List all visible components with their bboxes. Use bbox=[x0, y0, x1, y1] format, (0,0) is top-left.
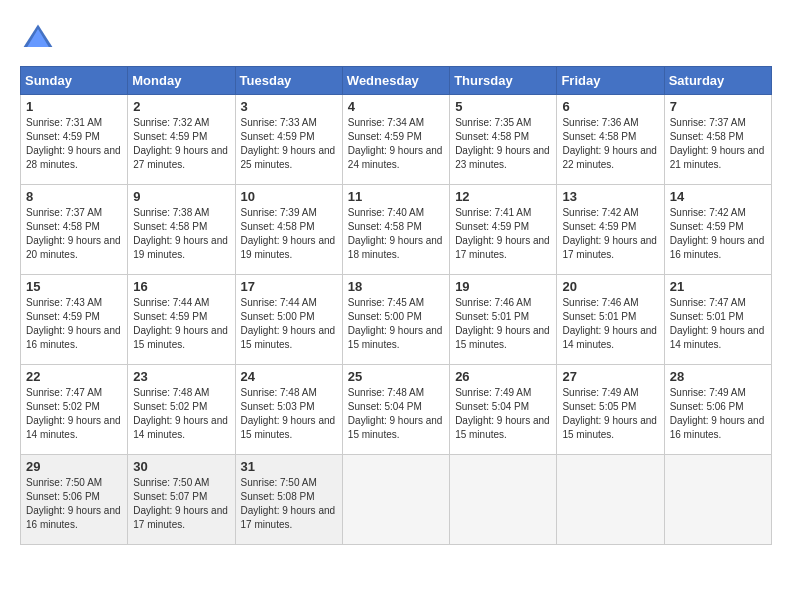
calendar-cell: 19 Sunrise: 7:46 AMSunset: 5:01 PMDaylig… bbox=[450, 275, 557, 365]
day-number: 5 bbox=[455, 99, 551, 114]
day-number: 10 bbox=[241, 189, 337, 204]
calendar-cell: 7 Sunrise: 7:37 AMSunset: 4:58 PMDayligh… bbox=[664, 95, 771, 185]
calendar-header-row: SundayMondayTuesdayWednesdayThursdayFrid… bbox=[21, 67, 772, 95]
day-header-monday: Monday bbox=[128, 67, 235, 95]
day-number: 21 bbox=[670, 279, 766, 294]
day-info: Sunrise: 7:44 AMSunset: 4:59 PMDaylight:… bbox=[133, 297, 228, 350]
calendar-cell bbox=[450, 455, 557, 545]
day-number: 24 bbox=[241, 369, 337, 384]
calendar-cell: 17 Sunrise: 7:44 AMSunset: 5:00 PMDaylig… bbox=[235, 275, 342, 365]
day-info: Sunrise: 7:33 AMSunset: 4:59 PMDaylight:… bbox=[241, 117, 336, 170]
calendar-cell: 23 Sunrise: 7:48 AMSunset: 5:02 PMDaylig… bbox=[128, 365, 235, 455]
day-number: 11 bbox=[348, 189, 444, 204]
day-header-thursday: Thursday bbox=[450, 67, 557, 95]
day-number: 29 bbox=[26, 459, 122, 474]
calendar-cell: 29 Sunrise: 7:50 AMSunset: 5:06 PMDaylig… bbox=[21, 455, 128, 545]
day-number: 30 bbox=[133, 459, 229, 474]
day-info: Sunrise: 7:47 AMSunset: 5:01 PMDaylight:… bbox=[670, 297, 765, 350]
day-info: Sunrise: 7:31 AMSunset: 4:59 PMDaylight:… bbox=[26, 117, 121, 170]
calendar-cell bbox=[557, 455, 664, 545]
day-info: Sunrise: 7:40 AMSunset: 4:58 PMDaylight:… bbox=[348, 207, 443, 260]
calendar-cell: 3 Sunrise: 7:33 AMSunset: 4:59 PMDayligh… bbox=[235, 95, 342, 185]
calendar-table: SundayMondayTuesdayWednesdayThursdayFrid… bbox=[20, 66, 772, 545]
day-info: Sunrise: 7:34 AMSunset: 4:59 PMDaylight:… bbox=[348, 117, 443, 170]
calendar-cell: 12 Sunrise: 7:41 AMSunset: 4:59 PMDaylig… bbox=[450, 185, 557, 275]
day-info: Sunrise: 7:37 AMSunset: 4:58 PMDaylight:… bbox=[670, 117, 765, 170]
calendar-cell: 4 Sunrise: 7:34 AMSunset: 4:59 PMDayligh… bbox=[342, 95, 449, 185]
day-info: Sunrise: 7:50 AMSunset: 5:07 PMDaylight:… bbox=[133, 477, 228, 530]
day-number: 15 bbox=[26, 279, 122, 294]
calendar-week-row: 8 Sunrise: 7:37 AMSunset: 4:58 PMDayligh… bbox=[21, 185, 772, 275]
day-number: 27 bbox=[562, 369, 658, 384]
day-info: Sunrise: 7:35 AMSunset: 4:58 PMDaylight:… bbox=[455, 117, 550, 170]
calendar-cell: 28 Sunrise: 7:49 AMSunset: 5:06 PMDaylig… bbox=[664, 365, 771, 455]
calendar-cell: 8 Sunrise: 7:37 AMSunset: 4:58 PMDayligh… bbox=[21, 185, 128, 275]
calendar-cell: 27 Sunrise: 7:49 AMSunset: 5:05 PMDaylig… bbox=[557, 365, 664, 455]
day-header-friday: Friday bbox=[557, 67, 664, 95]
day-info: Sunrise: 7:48 AMSunset: 5:03 PMDaylight:… bbox=[241, 387, 336, 440]
logo-icon bbox=[20, 20, 56, 56]
day-header-saturday: Saturday bbox=[664, 67, 771, 95]
calendar-cell: 1 Sunrise: 7:31 AMSunset: 4:59 PMDayligh… bbox=[21, 95, 128, 185]
day-info: Sunrise: 7:44 AMSunset: 5:00 PMDaylight:… bbox=[241, 297, 336, 350]
day-info: Sunrise: 7:38 AMSunset: 4:58 PMDaylight:… bbox=[133, 207, 228, 260]
calendar-cell: 10 Sunrise: 7:39 AMSunset: 4:58 PMDaylig… bbox=[235, 185, 342, 275]
day-info: Sunrise: 7:47 AMSunset: 5:02 PMDaylight:… bbox=[26, 387, 121, 440]
calendar-week-row: 1 Sunrise: 7:31 AMSunset: 4:59 PMDayligh… bbox=[21, 95, 772, 185]
calendar-week-row: 15 Sunrise: 7:43 AMSunset: 4:59 PMDaylig… bbox=[21, 275, 772, 365]
day-number: 20 bbox=[562, 279, 658, 294]
day-info: Sunrise: 7:36 AMSunset: 4:58 PMDaylight:… bbox=[562, 117, 657, 170]
day-info: Sunrise: 7:49 AMSunset: 5:04 PMDaylight:… bbox=[455, 387, 550, 440]
calendar-cell: 26 Sunrise: 7:49 AMSunset: 5:04 PMDaylig… bbox=[450, 365, 557, 455]
day-number: 19 bbox=[455, 279, 551, 294]
day-info: Sunrise: 7:39 AMSunset: 4:58 PMDaylight:… bbox=[241, 207, 336, 260]
day-number: 7 bbox=[670, 99, 766, 114]
calendar-cell: 14 Sunrise: 7:42 AMSunset: 4:59 PMDaylig… bbox=[664, 185, 771, 275]
calendar-cell: 22 Sunrise: 7:47 AMSunset: 5:02 PMDaylig… bbox=[21, 365, 128, 455]
day-info: Sunrise: 7:42 AMSunset: 4:59 PMDaylight:… bbox=[562, 207, 657, 260]
calendar-cell: 30 Sunrise: 7:50 AMSunset: 5:07 PMDaylig… bbox=[128, 455, 235, 545]
day-info: Sunrise: 7:41 AMSunset: 4:59 PMDaylight:… bbox=[455, 207, 550, 260]
calendar-cell: 2 Sunrise: 7:32 AMSunset: 4:59 PMDayligh… bbox=[128, 95, 235, 185]
day-info: Sunrise: 7:49 AMSunset: 5:05 PMDaylight:… bbox=[562, 387, 657, 440]
day-info: Sunrise: 7:50 AMSunset: 5:08 PMDaylight:… bbox=[241, 477, 336, 530]
day-info: Sunrise: 7:32 AMSunset: 4:59 PMDaylight:… bbox=[133, 117, 228, 170]
calendar-cell: 13 Sunrise: 7:42 AMSunset: 4:59 PMDaylig… bbox=[557, 185, 664, 275]
day-info: Sunrise: 7:49 AMSunset: 5:06 PMDaylight:… bbox=[670, 387, 765, 440]
day-number: 2 bbox=[133, 99, 229, 114]
calendar-cell: 21 Sunrise: 7:47 AMSunset: 5:01 PMDaylig… bbox=[664, 275, 771, 365]
day-info: Sunrise: 7:45 AMSunset: 5:00 PMDaylight:… bbox=[348, 297, 443, 350]
day-number: 22 bbox=[26, 369, 122, 384]
day-number: 25 bbox=[348, 369, 444, 384]
day-info: Sunrise: 7:50 AMSunset: 5:06 PMDaylight:… bbox=[26, 477, 121, 530]
calendar-cell: 15 Sunrise: 7:43 AMSunset: 4:59 PMDaylig… bbox=[21, 275, 128, 365]
day-info: Sunrise: 7:37 AMSunset: 4:58 PMDaylight:… bbox=[26, 207, 121, 260]
day-info: Sunrise: 7:48 AMSunset: 5:04 PMDaylight:… bbox=[348, 387, 443, 440]
day-number: 26 bbox=[455, 369, 551, 384]
calendar-cell: 16 Sunrise: 7:44 AMSunset: 4:59 PMDaylig… bbox=[128, 275, 235, 365]
day-number: 28 bbox=[670, 369, 766, 384]
day-number: 17 bbox=[241, 279, 337, 294]
day-number: 4 bbox=[348, 99, 444, 114]
calendar-cell: 31 Sunrise: 7:50 AMSunset: 5:08 PMDaylig… bbox=[235, 455, 342, 545]
page-header bbox=[20, 20, 772, 56]
day-number: 13 bbox=[562, 189, 658, 204]
day-number: 23 bbox=[133, 369, 229, 384]
calendar-week-row: 22 Sunrise: 7:47 AMSunset: 5:02 PMDaylig… bbox=[21, 365, 772, 455]
calendar-week-row: 29 Sunrise: 7:50 AMSunset: 5:06 PMDaylig… bbox=[21, 455, 772, 545]
calendar-cell bbox=[664, 455, 771, 545]
calendar-cell bbox=[342, 455, 449, 545]
calendar-cell: 9 Sunrise: 7:38 AMSunset: 4:58 PMDayligh… bbox=[128, 185, 235, 275]
logo bbox=[20, 20, 62, 56]
day-number: 14 bbox=[670, 189, 766, 204]
day-header-sunday: Sunday bbox=[21, 67, 128, 95]
day-info: Sunrise: 7:46 AMSunset: 5:01 PMDaylight:… bbox=[562, 297, 657, 350]
calendar-cell: 11 Sunrise: 7:40 AMSunset: 4:58 PMDaylig… bbox=[342, 185, 449, 275]
day-number: 9 bbox=[133, 189, 229, 204]
calendar-cell: 24 Sunrise: 7:48 AMSunset: 5:03 PMDaylig… bbox=[235, 365, 342, 455]
day-info: Sunrise: 7:42 AMSunset: 4:59 PMDaylight:… bbox=[670, 207, 765, 260]
calendar-cell: 20 Sunrise: 7:46 AMSunset: 5:01 PMDaylig… bbox=[557, 275, 664, 365]
day-number: 3 bbox=[241, 99, 337, 114]
day-info: Sunrise: 7:43 AMSunset: 4:59 PMDaylight:… bbox=[26, 297, 121, 350]
calendar-cell: 6 Sunrise: 7:36 AMSunset: 4:58 PMDayligh… bbox=[557, 95, 664, 185]
